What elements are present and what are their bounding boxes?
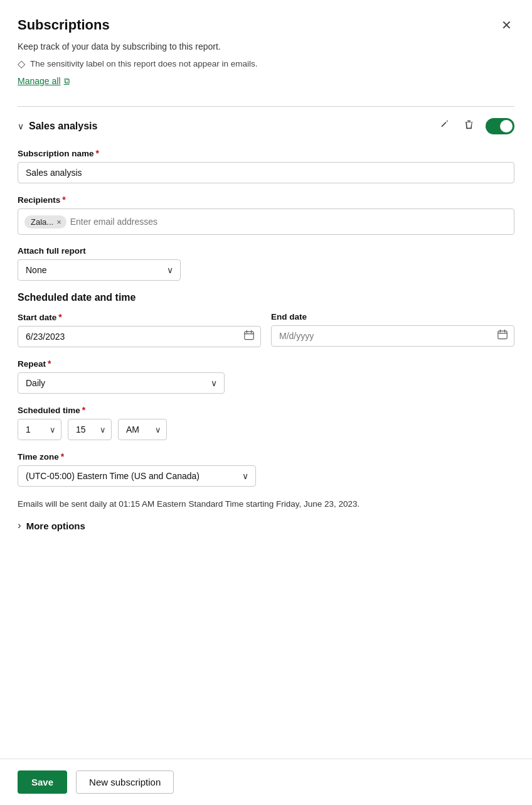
- attach-report-field: Attach full report None PDF PowerPoint E…: [18, 246, 514, 281]
- timezone-select-wrapper: (UTC-05:00) Eastern Time (US and Canada)…: [18, 465, 256, 487]
- start-date-field: Start date *: [18, 312, 261, 347]
- subscription-section: ∨ Sales analysis: [18, 117, 514, 567]
- delete-button[interactable]: [461, 117, 477, 136]
- start-date-input-wrapper: [18, 326, 261, 347]
- required-star: *: [96, 148, 99, 158]
- timezone-select[interactable]: (UTC-05:00) Eastern Time (US and Canada)…: [18, 465, 256, 487]
- manage-all-label: Manage all: [18, 76, 61, 86]
- ampm-select-wrapper: AMPM ∨: [118, 419, 167, 440]
- required-star-recipients: *: [62, 195, 65, 205]
- timezone-field: Time zone * (UTC-05:00) Eastern Time (US…: [18, 451, 514, 487]
- ampm-select[interactable]: AMPM: [118, 419, 167, 440]
- timezone-label: Time zone *: [18, 451, 514, 462]
- panel-header: Subscriptions ✕: [18, 15, 514, 35]
- panel-title: Subscriptions: [18, 17, 110, 33]
- subscription-name-label: Subscription name *: [18, 148, 514, 158]
- email-input[interactable]: [70, 217, 508, 227]
- panel-subtitle: Keep track of your data by subscribing t…: [18, 41, 514, 51]
- sensitivity-text: The sensitivity label on this report doe…: [30, 59, 257, 68]
- scheduled-time-field: Scheduled time * 1234 5678 9101112 ∨ 001…: [18, 405, 514, 440]
- more-options-chevron-icon: ›: [18, 519, 21, 532]
- sensitivity-row: ◇ The sensitivity label on this report d…: [18, 58, 514, 70]
- close-button[interactable]: ✕: [499, 15, 514, 35]
- start-date-label: Start date *: [18, 312, 261, 322]
- subscription-toggle[interactable]: [486, 118, 514, 134]
- subscription-name-field: Subscription name *: [18, 148, 514, 183]
- required-star-timezone: *: [61, 451, 64, 462]
- repeat-select-wrapper: Daily Weekly Monthly Hourly ∨: [18, 372, 225, 394]
- edit-icon: [439, 119, 450, 130]
- more-options-label: More options: [26, 521, 85, 531]
- required-star-time: *: [82, 405, 85, 415]
- attach-report-select-wrapper: None PDF PowerPoint Excel ∨: [18, 259, 181, 281]
- edit-button[interactable]: [437, 117, 452, 136]
- save-button[interactable]: Save: [18, 770, 67, 794]
- end-date-input-wrapper: [271, 325, 514, 347]
- section-divider: [18, 106, 514, 107]
- sensitivity-icon: ◇: [18, 58, 25, 70]
- start-date-input[interactable]: [18, 326, 261, 347]
- repeat-field: Repeat * Daily Weekly Monthly Hourly ∨: [18, 359, 514, 394]
- hour-select[interactable]: 1234 5678 9101112: [18, 419, 61, 440]
- toggle-thumb: [500, 120, 513, 132]
- repeat-select[interactable]: Daily Weekly Monthly Hourly: [18, 372, 225, 394]
- subscription-name-input[interactable]: [18, 162, 514, 183]
- recipient-tag: Zala... ×: [24, 215, 66, 229]
- required-star-start: *: [58, 312, 61, 322]
- recipient-name: Zala...: [31, 217, 53, 227]
- bottom-bar: Save New subscription: [0, 759, 532, 805]
- attach-report-select[interactable]: None PDF PowerPoint Excel: [18, 259, 181, 281]
- section-header-left: ∨ Sales analysis: [18, 121, 97, 132]
- minute-select-wrapper: 00153045 ∨: [68, 419, 112, 440]
- end-date-field: End date: [271, 312, 514, 347]
- section-title: Sales analysis: [29, 121, 97, 132]
- minute-select[interactable]: 00153045: [68, 419, 112, 440]
- more-options-row[interactable]: › More options: [18, 519, 514, 532]
- repeat-label: Repeat *: [18, 359, 514, 369]
- external-link-icon: ⧉: [64, 76, 70, 86]
- end-date-input[interactable]: [271, 325, 514, 347]
- recipients-label: Recipients *: [18, 195, 514, 205]
- manage-all-link[interactable]: Manage all ⧉: [18, 76, 70, 86]
- delete-icon: [464, 119, 474, 130]
- end-date-label: End date: [271, 312, 514, 321]
- attach-report-label: Attach full report: [18, 246, 514, 256]
- remove-recipient-button[interactable]: ×: [56, 218, 61, 226]
- hour-select-wrapper: 1234 5678 9101112 ∨: [18, 419, 61, 440]
- subscriptions-panel: Subscriptions ✕ Keep track of your data …: [0, 0, 532, 805]
- section-header: ∨ Sales analysis: [18, 117, 514, 136]
- recipients-field: Recipients * Zala... ×: [18, 195, 514, 235]
- recipients-box[interactable]: Zala... ×: [18, 208, 514, 235]
- scheduled-time-label: Scheduled time *: [18, 405, 514, 415]
- section-actions: [437, 117, 514, 136]
- date-row: Start date * End date: [18, 312, 514, 347]
- required-star-repeat: *: [48, 359, 51, 369]
- new-subscription-button[interactable]: New subscription: [76, 770, 174, 794]
- collapse-chevron-icon[interactable]: ∨: [18, 121, 24, 131]
- schedule-note: Emails will be sent daily at 01:15 AM Ea…: [18, 498, 514, 511]
- time-row: 1234 5678 9101112 ∨ 00153045 ∨ AMPM: [18, 419, 514, 440]
- scheduled-section-heading: Scheduled date and time: [18, 292, 514, 303]
